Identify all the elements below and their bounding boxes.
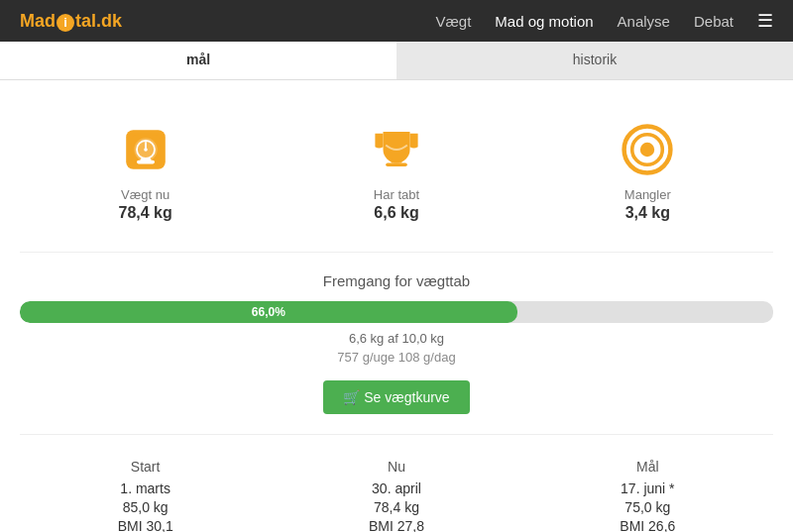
chart-icon: 🛒 — [343, 389, 360, 405]
header: Madital.dk Vægt Mad og motion Analyse De… — [0, 0, 793, 42]
stat-mangler-label: Mangler — [618, 187, 677, 202]
detail-nu-bmi: BMI 27,8 — [369, 518, 424, 532]
detail-col-start: Start 1. marts 85,0 kg BMI 30,1 — [118, 459, 173, 532]
detail-start-bmi: BMI 30,1 — [118, 518, 173, 532]
scale-icon — [116, 120, 175, 179]
hamburger-menu-icon[interactable]: ☰ — [757, 10, 773, 32]
btn-curve-label: Se vægtkurve — [364, 389, 449, 405]
progress-info: 6,6 kg af 10,0 kg — [20, 331, 773, 346]
svg-rect-9 — [386, 163, 407, 167]
detail-maal-weight: 75,0 kg — [620, 499, 675, 515]
detail-nu-title: Nu — [369, 459, 424, 475]
detail-nu-weight: 78,4 kg — [369, 499, 424, 515]
trophy-icon — [367, 120, 426, 179]
tab-maal[interactable]: mål — [0, 42, 396, 79]
svg-point-5 — [144, 148, 148, 152]
see-weight-curve-button[interactable]: 🛒 Se vægtkurve — [323, 380, 469, 414]
main-nav: Vægt Mad og motion Analyse Debat ☰ — [436, 10, 774, 32]
progress-title: Fremgang for vægttab — [20, 272, 773, 289]
detail-start-weight: 85,0 kg — [118, 499, 173, 515]
target-icon — [618, 120, 677, 179]
stat-mangler-value: 3,4 kg — [618, 204, 677, 222]
nav-vaegt[interactable]: Vægt — [436, 13, 472, 30]
nav-debat[interactable]: Debat — [694, 13, 734, 30]
progress-bar-label: 66,0% — [252, 305, 285, 319]
main-content: Vægt nu 78,4 kg Har tabt 6,6 kg — [0, 80, 793, 532]
stat-har-tabt-label: Har tabt — [367, 187, 426, 202]
svg-rect-7 — [140, 159, 151, 161]
progress-section: Fremgang for vægttab 66,0% 6,6 kg af 10,… — [20, 253, 773, 435]
stat-vaegt-nu-label: Vægt nu — [116, 187, 175, 202]
detail-col-nu: Nu 30. april 78,4 kg BMI 27,8 — [369, 459, 424, 532]
detail-nu-date: 30. april — [369, 480, 424, 496]
detail-maal-date: 17. juni * — [620, 480, 675, 496]
progress-bar-fill: 66,0% — [20, 301, 517, 323]
stat-mangler: Mangler 3,4 kg — [618, 120, 677, 222]
progress-bar-container: 66,0% — [20, 301, 773, 323]
detail-maal-title: Mål — [620, 459, 675, 475]
detail-start-date: 1. marts — [118, 480, 173, 496]
detail-start-title: Start — [118, 459, 173, 475]
svg-rect-8 — [392, 159, 402, 163]
stats-row: Vægt nu 78,4 kg Har tabt 6,6 kg — [20, 100, 773, 253]
stat-har-tabt: Har tabt 6,6 kg — [367, 120, 426, 222]
nav-analyse[interactable]: Analyse — [618, 13, 670, 30]
detail-col-maal: Mål 17. juni * 75,0 kg BMI 26,6 — [620, 459, 675, 532]
logo-suffix: tal.dk — [75, 11, 122, 31]
tab-historik[interactable]: historik — [396, 42, 793, 79]
svg-point-12 — [640, 143, 654, 157]
logo-highlight: i — [57, 14, 74, 32]
progress-sub: 757 g/uge 108 g/dag — [20, 350, 773, 365]
nav-mad-og-motion[interactable]: Mad og motion — [495, 13, 593, 30]
detail-maal-bmi: BMI 26,6 — [620, 518, 675, 532]
tabs: mål historik — [0, 42, 793, 80]
details-section: Start 1. marts 85,0 kg BMI 30,1 Nu 30. a… — [20, 435, 773, 532]
logo[interactable]: Madital.dk — [20, 11, 436, 32]
stat-vaegt-nu-value: 78,4 kg — [116, 204, 175, 222]
logo-text: Mad — [20, 11, 56, 31]
stat-har-tabt-value: 6,6 kg — [367, 204, 426, 222]
stat-vaegt-nu: Vægt nu 78,4 kg — [116, 120, 175, 222]
